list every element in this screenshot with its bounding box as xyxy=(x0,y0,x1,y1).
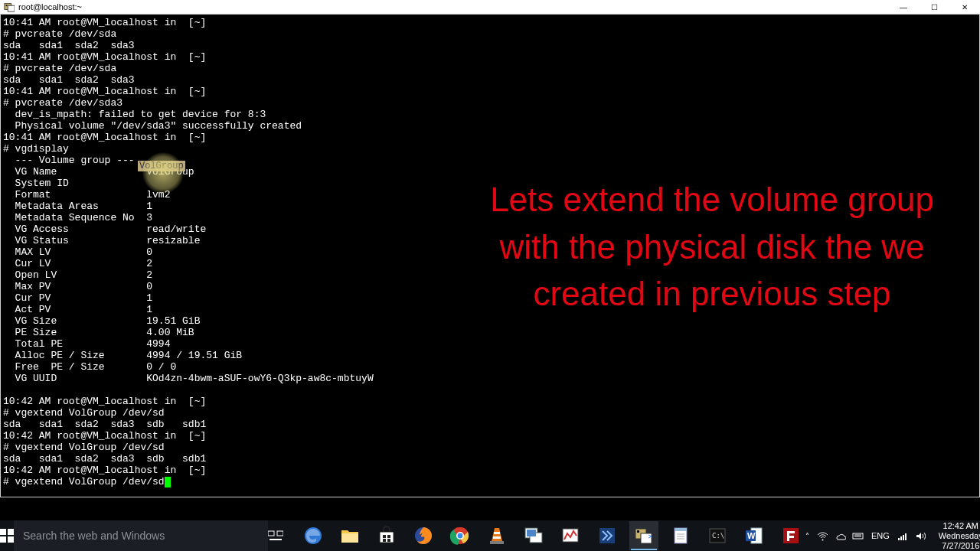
search-placeholder: Search the web and Windows xyxy=(23,530,165,542)
taskbar-app-perfmon[interactable] xyxy=(556,521,585,550)
putty-window: root@localhost:~ — ☐ ✕ 10:41 AM root@VM_… xyxy=(0,0,980,497)
tray-language[interactable]: ENG xyxy=(871,531,890,540)
svg-rect-48 xyxy=(903,535,904,540)
system-tray: ˄ ENG 12:42 AM Wednesday 7/27/2016 xyxy=(805,520,980,551)
taskbar-app-notepad[interactable] xyxy=(666,521,695,550)
svg-text:W: W xyxy=(747,531,756,540)
svg-rect-9 xyxy=(270,539,282,540)
taskbar-app-putty[interactable] xyxy=(629,521,658,550)
svg-point-19 xyxy=(458,533,463,539)
tray-overflow-icon[interactable]: ˄ xyxy=(805,532,809,540)
svg-rect-25 xyxy=(527,530,536,536)
annotation-overlay: Lets extend the volume group with the ph… xyxy=(459,176,965,318)
svg-rect-21 xyxy=(493,536,501,539)
taskbar-apps: C:\ W xyxy=(299,520,805,551)
svg-rect-1 xyxy=(8,5,15,11)
signal-icon[interactable] xyxy=(897,530,909,542)
start-button[interactable] xyxy=(0,520,14,551)
volume-icon[interactable] xyxy=(915,530,926,542)
taskbar-app-cmd[interactable]: C:\ xyxy=(703,521,732,550)
svg-rect-12 xyxy=(383,535,386,538)
svg-rect-32 xyxy=(675,528,687,531)
svg-rect-11 xyxy=(341,533,358,543)
task-view-button[interactable] xyxy=(268,520,283,551)
svg-rect-7 xyxy=(268,531,274,536)
svg-rect-49 xyxy=(905,533,906,540)
taskbar-app-word[interactable]: W xyxy=(740,521,769,550)
svg-rect-13 xyxy=(387,535,390,538)
tray-day: Wednesday xyxy=(939,531,980,541)
taskbar: Search the web and Windows C:\ W ˄ ENG xyxy=(0,520,980,551)
svg-rect-14 xyxy=(383,539,386,542)
taskbar-app-chrome[interactable] xyxy=(446,521,475,550)
taskbar-app-store[interactable] xyxy=(372,521,401,550)
taskbar-app-vlc[interactable] xyxy=(482,521,511,550)
taskbar-app-vbox[interactable] xyxy=(593,521,622,550)
maximize-button[interactable]: ☐ xyxy=(919,0,949,14)
taskbar-app-edge[interactable] xyxy=(299,521,328,550)
tray-date: 7/27/2016 xyxy=(939,541,980,551)
search-input[interactable]: Search the web and Windows xyxy=(14,520,268,551)
minimize-button[interactable]: — xyxy=(888,0,919,14)
svg-rect-22 xyxy=(490,541,504,544)
svg-point-42 xyxy=(822,539,824,540)
taskbar-app-firefox[interactable] xyxy=(409,521,438,550)
svg-rect-4 xyxy=(8,529,14,535)
tray-clock[interactable]: 12:42 AM Wednesday 7/27/2016 xyxy=(934,521,980,551)
cursor-spotlight xyxy=(142,152,184,194)
svg-rect-29 xyxy=(641,533,652,543)
svg-rect-20 xyxy=(494,532,500,534)
window-title: root@localhost:~ xyxy=(18,2,888,11)
taskbar-app-explorer[interactable] xyxy=(335,521,364,550)
svg-text:C:\: C:\ xyxy=(712,532,724,540)
tray-time: 12:42 AM xyxy=(939,521,980,531)
svg-rect-30 xyxy=(637,530,639,533)
close-button[interactable]: ✕ xyxy=(949,0,980,14)
onedrive-icon[interactable] xyxy=(835,530,846,542)
svg-rect-8 xyxy=(277,531,283,536)
keyboard-icon[interactable] xyxy=(852,530,864,542)
wifi-icon[interactable] xyxy=(817,530,828,542)
taskbar-app-vmware[interactable] xyxy=(519,521,548,550)
svg-rect-5 xyxy=(0,536,6,543)
svg-rect-2 xyxy=(6,5,8,6)
putty-icon xyxy=(3,1,15,13)
svg-rect-6 xyxy=(8,536,14,543)
svg-rect-15 xyxy=(387,539,390,542)
svg-rect-3 xyxy=(0,529,6,535)
svg-rect-47 xyxy=(900,536,902,540)
taskbar-app-filezilla[interactable] xyxy=(776,521,805,550)
svg-rect-46 xyxy=(898,538,900,540)
titlebar[interactable]: root@localhost:~ — ☐ ✕ xyxy=(0,0,980,15)
